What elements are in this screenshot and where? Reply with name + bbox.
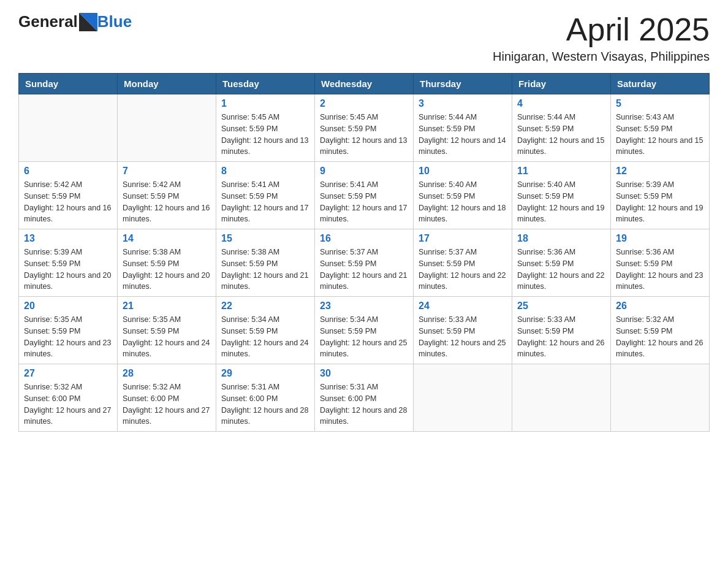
header-tuesday: Tuesday (216, 74, 315, 94)
header-friday: Friday (512, 74, 611, 94)
day-number: 27 (24, 368, 112, 379)
day-info: Sunrise: 5:35 AMSunset: 5:59 PMDaylight:… (24, 314, 112, 360)
day-number: 25 (517, 301, 605, 312)
month-title: April 2025 (493, 12, 710, 47)
day-info: Sunrise: 5:31 AMSunset: 6:00 PMDaylight:… (221, 381, 309, 427)
calendar-cell: 25Sunrise: 5:33 AMSunset: 5:59 PMDayligh… (512, 297, 611, 364)
week-row-2: 6Sunrise: 5:42 AMSunset: 5:59 PMDaylight… (19, 162, 710, 229)
day-number: 10 (419, 166, 507, 177)
day-info: Sunrise: 5:39 AMSunset: 5:59 PMDaylight:… (24, 247, 112, 293)
calendar-cell: 19Sunrise: 5:36 AMSunset: 5:59 PMDayligh… (611, 229, 710, 297)
header-sunday: Sunday (19, 74, 118, 94)
day-info: Sunrise: 5:33 AMSunset: 5:59 PMDaylight:… (517, 314, 605, 360)
day-number: 29 (221, 368, 309, 379)
day-info: Sunrise: 5:34 AMSunset: 5:59 PMDaylight:… (221, 314, 309, 360)
calendar-cell (414, 364, 512, 432)
week-row-5: 27Sunrise: 5:32 AMSunset: 6:00 PMDayligh… (19, 364, 710, 432)
day-number: 18 (517, 233, 605, 244)
calendar-cell: 11Sunrise: 5:40 AMSunset: 5:59 PMDayligh… (512, 162, 611, 229)
day-number: 30 (320, 368, 408, 379)
calendar-cell: 24Sunrise: 5:33 AMSunset: 5:59 PMDayligh… (414, 297, 512, 364)
day-number: 3 (419, 98, 507, 109)
day-info: Sunrise: 5:36 AMSunset: 5:59 PMDaylight:… (517, 247, 605, 293)
day-info: Sunrise: 5:40 AMSunset: 5:59 PMDaylight:… (419, 179, 507, 225)
day-info: Sunrise: 5:38 AMSunset: 5:59 PMDaylight:… (221, 247, 309, 293)
day-number: 11 (517, 166, 605, 177)
day-info: Sunrise: 5:42 AMSunset: 5:59 PMDaylight:… (123, 179, 211, 225)
day-number: 13 (24, 233, 112, 244)
day-info: Sunrise: 5:45 AMSunset: 5:59 PMDaylight:… (221, 112, 309, 158)
calendar-cell: 15Sunrise: 5:38 AMSunset: 5:59 PMDayligh… (216, 229, 315, 297)
calendar-cell: 4Sunrise: 5:44 AMSunset: 5:59 PMDaylight… (512, 94, 611, 162)
header-monday: Monday (118, 74, 216, 94)
calendar-cell: 28Sunrise: 5:32 AMSunset: 6:00 PMDayligh… (118, 364, 216, 432)
day-number: 6 (24, 166, 112, 177)
day-number: 1 (221, 98, 309, 109)
calendar-cell (118, 94, 216, 162)
day-info: Sunrise: 5:38 AMSunset: 5:59 PMDaylight:… (123, 247, 211, 293)
day-number: 19 (616, 233, 704, 244)
day-number: 24 (419, 301, 507, 312)
weekday-header-row: Sunday Monday Tuesday Wednesday Thursday… (19, 74, 710, 94)
week-row-1: 1Sunrise: 5:45 AMSunset: 5:59 PMDaylight… (19, 94, 710, 162)
day-number: 8 (221, 166, 309, 177)
day-number: 21 (123, 301, 211, 312)
calendar-cell: 6Sunrise: 5:42 AMSunset: 5:59 PMDaylight… (19, 162, 118, 229)
calendar-cell: 5Sunrise: 5:43 AMSunset: 5:59 PMDaylight… (611, 94, 710, 162)
day-info: Sunrise: 5:33 AMSunset: 5:59 PMDaylight:… (419, 314, 507, 360)
day-info: Sunrise: 5:34 AMSunset: 5:59 PMDaylight:… (320, 314, 408, 360)
day-number: 2 (320, 98, 408, 109)
day-number: 5 (616, 98, 704, 109)
calendar-cell: 9Sunrise: 5:41 AMSunset: 5:59 PMDaylight… (315, 162, 414, 229)
calendar-cell: 26Sunrise: 5:32 AMSunset: 5:59 PMDayligh… (611, 297, 710, 364)
calendar-cell: 2Sunrise: 5:45 AMSunset: 5:59 PMDaylight… (315, 94, 414, 162)
day-number: 9 (320, 166, 408, 177)
day-number: 17 (419, 233, 507, 244)
calendar-cell: 12Sunrise: 5:39 AMSunset: 5:59 PMDayligh… (611, 162, 710, 229)
header-thursday: Thursday (414, 74, 512, 94)
day-info: Sunrise: 5:32 AMSunset: 6:00 PMDaylight:… (24, 381, 112, 427)
day-info: Sunrise: 5:37 AMSunset: 5:59 PMDaylight:… (320, 247, 408, 293)
day-info: Sunrise: 5:44 AMSunset: 5:59 PMDaylight:… (419, 112, 507, 158)
header-wednesday: Wednesday (315, 74, 414, 94)
calendar-cell: 18Sunrise: 5:36 AMSunset: 5:59 PMDayligh… (512, 229, 611, 297)
day-number: 26 (616, 301, 704, 312)
calendar-cell (19, 94, 118, 162)
day-info: Sunrise: 5:39 AMSunset: 5:59 PMDaylight:… (616, 179, 704, 225)
calendar-cell: 3Sunrise: 5:44 AMSunset: 5:59 PMDaylight… (414, 94, 512, 162)
calendar-cell: 22Sunrise: 5:34 AMSunset: 5:59 PMDayligh… (216, 297, 315, 364)
day-info: Sunrise: 5:41 AMSunset: 5:59 PMDaylight:… (320, 179, 408, 225)
day-number: 12 (616, 166, 704, 177)
calendar-cell (611, 364, 710, 432)
day-number: 22 (221, 301, 309, 312)
day-info: Sunrise: 5:44 AMSunset: 5:59 PMDaylight:… (517, 112, 605, 158)
day-info: Sunrise: 5:42 AMSunset: 5:59 PMDaylight:… (24, 179, 112, 225)
day-number: 20 (24, 301, 112, 312)
day-number: 15 (221, 233, 309, 244)
calendar-cell: 7Sunrise: 5:42 AMSunset: 5:59 PMDaylight… (118, 162, 216, 229)
logo-icon (79, 13, 97, 31)
calendar-table: Sunday Monday Tuesday Wednesday Thursday… (18, 73, 710, 432)
day-info: Sunrise: 5:45 AMSunset: 5:59 PMDaylight:… (320, 112, 408, 158)
calendar-cell: 20Sunrise: 5:35 AMSunset: 5:59 PMDayligh… (19, 297, 118, 364)
calendar-cell: 14Sunrise: 5:38 AMSunset: 5:59 PMDayligh… (118, 229, 216, 297)
logo-blue: Blue (97, 12, 132, 31)
day-info: Sunrise: 5:43 AMSunset: 5:59 PMDaylight:… (616, 112, 704, 158)
day-number: 16 (320, 233, 408, 244)
logo: General Blue (18, 12, 132, 31)
calendar-cell: 1Sunrise: 5:45 AMSunset: 5:59 PMDaylight… (216, 94, 315, 162)
calendar-cell: 8Sunrise: 5:41 AMSunset: 5:59 PMDaylight… (216, 162, 315, 229)
location-title: Hinigaran, Western Visayas, Philippines (493, 50, 710, 64)
calendar-cell: 10Sunrise: 5:40 AMSunset: 5:59 PMDayligh… (414, 162, 512, 229)
logo-general: General (18, 12, 78, 31)
week-row-4: 20Sunrise: 5:35 AMSunset: 5:59 PMDayligh… (19, 297, 710, 364)
day-number: 23 (320, 301, 408, 312)
day-info: Sunrise: 5:35 AMSunset: 5:59 PMDaylight:… (123, 314, 211, 360)
calendar-cell: 29Sunrise: 5:31 AMSunset: 6:00 PMDayligh… (216, 364, 315, 432)
day-info: Sunrise: 5:41 AMSunset: 5:59 PMDaylight:… (221, 179, 309, 225)
calendar-cell: 17Sunrise: 5:37 AMSunset: 5:59 PMDayligh… (414, 229, 512, 297)
calendar-cell: 27Sunrise: 5:32 AMSunset: 6:00 PMDayligh… (19, 364, 118, 432)
week-row-3: 13Sunrise: 5:39 AMSunset: 5:59 PMDayligh… (19, 229, 710, 297)
day-info: Sunrise: 5:36 AMSunset: 5:59 PMDaylight:… (616, 247, 704, 293)
calendar-cell: 13Sunrise: 5:39 AMSunset: 5:59 PMDayligh… (19, 229, 118, 297)
